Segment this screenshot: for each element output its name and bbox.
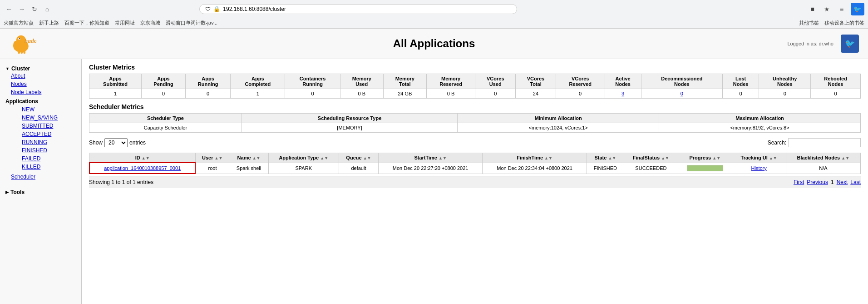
app-links: NEW NEW_SAVING SUBMITTED ACCEPTED RUNNIN… <box>5 105 76 171</box>
sidebar-item-scheduler[interactable]: Scheduler <box>5 171 76 181</box>
app-type: SPARK <box>268 163 339 174</box>
svg-text:hadoop: hadoop <box>25 37 36 44</box>
th-progress[interactable]: Progress ▲▼ <box>678 153 732 163</box>
th-blacklisted-nodes[interactable]: Blacklisted Nodes ▲▼ <box>786 153 860 163</box>
mobile-bookmarks[interactable]: 移动设备上的书签 <box>824 20 864 26</box>
th-active-nodes: ActiveNodes <box>605 74 641 89</box>
val-apps-submitted: 1 <box>89 89 142 99</box>
entries-select[interactable]: 20 50 100 <box>104 138 128 147</box>
th-state[interactable]: State ▲▼ <box>587 153 624 163</box>
bookmark-firefox[interactable]: 火狐官方站点 <box>4 20 34 26</box>
th-rebooted-nodes: RebootedNodes <box>811 74 861 89</box>
security-icon: 🛡 <box>205 6 211 12</box>
app-id-cell[interactable]: application_1640010388957_0001 <box>89 163 195 174</box>
tools-heading[interactable]: Tools <box>0 187 81 197</box>
th-finish-time[interactable]: FinishTime ▲▼ <box>483 153 587 163</box>
address-bar[interactable]: 🛡 🔒 <box>199 4 517 14</box>
sidebar-item-accepted[interactable]: ACCEPTED <box>16 130 76 138</box>
app-tracking-ui[interactable]: History <box>732 163 786 174</box>
sidebar-item-running[interactable]: RUNNING <box>16 138 76 146</box>
svg-rect-6 <box>18 50 20 54</box>
browser-toolbar: ← → ↻ ⌂ 🛡 🔒 ◾ ★ ≡ 🐦 <box>0 0 868 18</box>
bookmark-common[interactable]: 常用网址 <box>115 20 135 26</box>
app-queue: default <box>339 163 378 174</box>
prev-page-link[interactable]: Previous <box>807 179 828 185</box>
sidebar-item-submitted[interactable]: SUBMITTED <box>16 122 76 130</box>
other-bookmarks[interactable]: 其他书签 <box>799 20 819 26</box>
th-final-status[interactable]: FinalStatus ▲▼ <box>624 153 678 163</box>
app-id-link[interactable]: application_1640010388957_0001 <box>104 165 181 171</box>
th-vcores-total: VCoresTotal <box>516 74 556 89</box>
state-sort-icon: ▲▼ <box>608 156 616 160</box>
sidebar-item-nodes[interactable]: Nodes <box>5 80 76 88</box>
val-lost-nodes: 0 <box>722 89 759 99</box>
th-tracking-ui[interactable]: Tracking UI ▲▼ <box>732 153 786 163</box>
page-header: hadoop All Applications Logged in as: dr… <box>0 29 868 59</box>
search-input[interactable] <box>788 138 861 147</box>
extensions-button[interactable]: ◾ <box>807 4 818 15</box>
bookmark-button[interactable]: ★ <box>822 4 833 15</box>
val-apps-completed: 1 <box>231 89 285 99</box>
th-vcores-used: VCoresUsed <box>475 74 516 89</box>
first-page-link[interactable]: First <box>794 179 804 185</box>
tracking-ui-link[interactable]: History <box>751 165 767 171</box>
next-page-link[interactable]: Next <box>837 179 848 185</box>
sidebar-item-about[interactable]: About <box>5 72 76 80</box>
entries-label: entries <box>129 140 146 146</box>
applications-table: ID ▲▼ User ▲▼ Name ▲▼ Application Type ▲… <box>89 153 861 174</box>
val-active-nodes[interactable]: 3 <box>605 89 641 99</box>
val-scheduler-type: Capacity Scheduler <box>89 123 242 133</box>
app-finish-time: Mon Dec 20 22:34:04 +0800 2021 <box>483 163 587 174</box>
sidebar-item-new-saving[interactable]: NEW_SAVING <box>16 114 76 122</box>
th-id[interactable]: ID ▲▼ <box>89 153 195 163</box>
current-page: 1 <box>831 179 834 185</box>
content-area: Cluster Metrics AppsSubmitted AppsPendin… <box>82 59 868 304</box>
bookmark-slide[interactable]: 滑动窗口单词计数-jav... <box>166 20 217 26</box>
bookmark-newuser[interactable]: 新手上路 <box>39 20 59 26</box>
sidebar-item-finished[interactable]: FINISHED <box>16 146 76 154</box>
bookmark-baidu[interactable]: 百度一下，你就知道 <box>64 20 109 26</box>
sidebar-item-node-labels[interactable]: Node Labels <box>5 88 76 96</box>
id-sort-icon: ▲▼ <box>142 156 150 160</box>
svg-rect-8 <box>24 50 26 54</box>
active-nodes-link[interactable]: 3 <box>621 91 624 96</box>
th-decommissioned-nodes: DecommissionedNodes <box>641 74 722 89</box>
starttime-sort-icon: ▲▼ <box>439 156 447 160</box>
val-apps-pending: 0 <box>141 89 185 99</box>
val-decommissioned-nodes[interactable]: 0 <box>641 89 722 99</box>
bookmark-jd[interactable]: 京东商城 <box>140 20 160 26</box>
val-memory-used: 0 B <box>340 89 383 99</box>
home-button[interactable]: ⌂ <box>42 4 53 15</box>
th-app-type[interactable]: Application Type ▲▼ <box>268 153 339 163</box>
apptype-sort-icon: ▲▼ <box>320 156 328 160</box>
th-user[interactable]: User ▲▼ <box>195 153 229 163</box>
th-queue[interactable]: Queue ▲▼ <box>339 153 378 163</box>
decommissioned-nodes-link[interactable]: 0 <box>681 91 683 96</box>
val-memory-total: 24 GB <box>383 89 426 99</box>
th-scheduling-resource: Scheduling Resource Type <box>242 114 457 123</box>
val-unhealthy-nodes: 0 <box>759 89 811 99</box>
finalstatus-sort-icon: ▲▼ <box>661 156 669 160</box>
url-input[interactable] <box>223 6 511 12</box>
table-controls: Show 20 50 100 entries Search: <box>89 135 861 150</box>
main-layout: Cluster About Nodes Node Labels Applicat… <box>0 59 868 304</box>
sidebar-item-new[interactable]: NEW <box>16 105 76 114</box>
app-start-time: Mon Dec 20 22:27:20 +0800 2021 <box>378 163 482 174</box>
cluster-metrics-table: AppsSubmitted AppsPending AppsRunning Ap… <box>89 74 861 99</box>
cluster-heading[interactable]: Cluster <box>5 65 76 72</box>
bookmarks-bar: 火狐官方站点 新手上路 百度一下，你就知道 常用网址 京东商城 滑动窗口单词计数… <box>0 18 868 28</box>
sidebar-item-killed[interactable]: KILLED <box>16 163 76 171</box>
progress-fill <box>687 165 723 171</box>
forward-button[interactable]: → <box>16 4 27 15</box>
sidebar-item-failed[interactable]: FAILED <box>16 154 76 163</box>
back-button[interactable]: ← <box>4 4 15 15</box>
reload-button[interactable]: ↻ <box>29 4 40 15</box>
th-memory-total: MemoryTotal <box>383 74 426 89</box>
th-start-time[interactable]: StartTime ▲▼ <box>378 153 482 163</box>
menu-button[interactable]: ≡ <box>836 4 847 15</box>
last-page-link[interactable]: Last <box>850 179 861 185</box>
table-footer: Showing 1 to 1 of 1 entries First Previo… <box>89 176 861 188</box>
svg-point-5 <box>19 38 20 39</box>
cluster-metrics-row: 1 0 0 1 0 0 B 24 GB 0 B 0 24 0 3 0 0 0 0 <box>89 89 861 99</box>
th-name[interactable]: Name ▲▼ <box>229 153 268 163</box>
